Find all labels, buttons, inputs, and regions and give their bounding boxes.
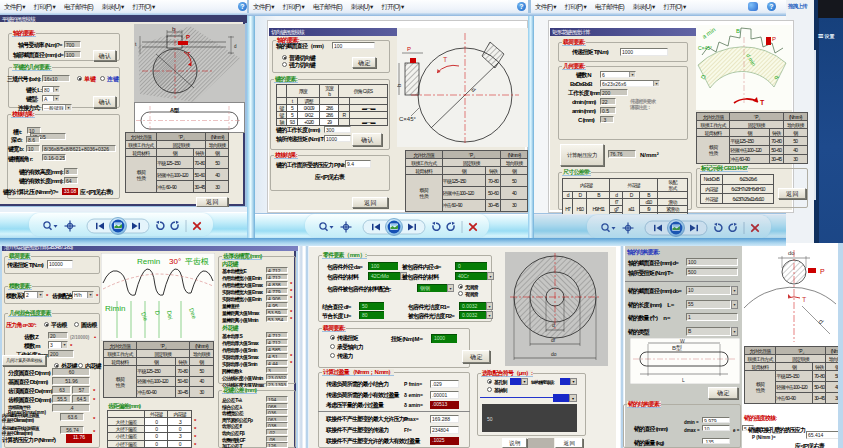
svg-text:T: T <box>802 296 807 303</box>
svg-text:Remin: Remin <box>137 257 160 266</box>
svg-text:P: P <box>820 268 825 275</box>
svg-text:C×45°: C×45° <box>399 116 417 122</box>
svg-text:do: do <box>551 351 557 357</box>
svg-text:C×45°: C×45° <box>698 45 712 51</box>
svg-text:d: d <box>552 322 555 328</box>
svg-text:B: B <box>736 28 740 34</box>
svg-text:30°: 30° <box>169 257 181 266</box>
svg-text:B型: B型 <box>672 344 682 352</box>
svg-text:Rimin: Rimin <box>105 304 125 313</box>
svg-text:L: L <box>682 377 685 383</box>
svg-text:T: T <box>760 99 765 106</box>
svg-text:P: P <box>772 36 776 42</box>
svg-text:W: W <box>680 338 685 344</box>
svg-text:df: df <box>551 337 556 343</box>
svg-text:P: P <box>407 46 411 52</box>
svg-text:P: P <box>186 34 190 40</box>
svg-text:平齿根: 平齿根 <box>185 257 209 266</box>
svg-text:T: T <box>443 56 448 63</box>
